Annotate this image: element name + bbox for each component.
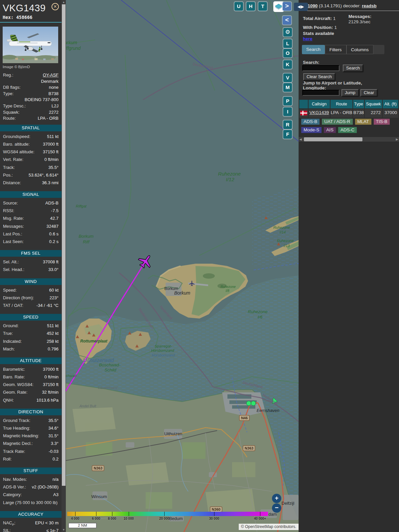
column-header-type[interactable]: Type: [353, 100, 364, 108]
info-label: Type:: [3, 91, 14, 97]
data-section: FMS SEL Sel. Alt.: 37008 ft Sel. Head.: …: [0, 250, 62, 275]
data-value: 53.624°, 6.614°: [15, 172, 59, 180]
panel-toggle-button[interactable]: ◀▶: [294, 3, 308, 11]
map-viewport[interactable]: BorkumRiffgrundDeutschlandRuhezoneI/12Ri…: [66, 0, 299, 532]
data-value: 34.6°: [32, 425, 59, 433]
data-value: ≤ 1e-7: [13, 528, 59, 532]
close-icon[interactable]: ✕: [52, 3, 59, 10]
clear-button[interactable]: Clear: [360, 89, 377, 96]
data-label: Source:: [3, 200, 18, 208]
settings-gear-icon[interactable]: ⚙: [283, 27, 293, 37]
data-row: Nav. Modes: n/a: [0, 476, 62, 484]
sidebar-sections: SPATIAL Groundspeed: 511 kt Baro. altitu…: [0, 125, 62, 532]
source-badges-row1: ADS-BUAT / ADS-RMLATTIS-B: [301, 119, 390, 125]
source-badge-ads-c[interactable]: ADS-C: [338, 127, 357, 133]
readsb-link[interactable]: readsb: [362, 3, 376, 8]
hscroll-thumb[interactable]: [304, 137, 362, 141]
data-value: 60 kt: [19, 287, 59, 295]
tab-filters[interactable]: Filters: [325, 45, 346, 54]
table-header-row[interactable]: CallsignRouteTypeSquawkAlt. (ft): [299, 100, 399, 108]
map-button-l[interactable]: L: [283, 39, 293, 49]
table-route: LPA - ORB: [331, 109, 352, 118]
sidebar-scrollbar[interactable]: ▲ ▼: [62, 0, 66, 532]
tab-search[interactable]: Search: [302, 45, 325, 54]
data-row: True Heading: 34.6°: [0, 425, 62, 433]
map-button-r[interactable]: R: [283, 120, 293, 130]
source-badge-mlat[interactable]: MLAT: [355, 119, 371, 125]
clear-search-button[interactable]: Clear Search: [303, 73, 335, 80]
map-button-i[interactable]: I: [283, 107, 293, 117]
divider: [0, 22, 62, 23]
data-value: 37150 ft: [36, 382, 59, 389]
table-callsign[interactable]: VKG1439: [309, 109, 330, 118]
data-row: SIL: ≤ 1e-7: [0, 528, 62, 532]
table-horizontal-scrollbar[interactable]: ◀ ▶: [299, 137, 399, 142]
map-button-m[interactable]: M: [283, 82, 293, 92]
app-header: tar1090 (3.14.1791) decoder: readsb: [302, 3, 376, 8]
data-row: Ground: 511 kt: [0, 323, 62, 331]
legend-tick-label: 8 000: [108, 517, 116, 520]
aircraft-photo[interactable]: [3, 27, 58, 63]
data-row: Track: 35.5°: [0, 165, 62, 172]
source-badge-mode-s[interactable]: Mode-S: [301, 127, 322, 133]
map-button-v[interactable]: V: [283, 73, 293, 83]
decoder-label: decoder:: [343, 3, 361, 8]
info-value: OY-ASF: [15, 72, 59, 78]
source-badge-tis-b[interactable]: TIS-B: [374, 119, 390, 125]
zoom-in-button[interactable]: +: [272, 494, 281, 503]
scrollbar-thumb[interactable]: [62, 4, 66, 486]
search-input[interactable]: [302, 65, 339, 71]
data-section: WIND Speed: 60 kt Direction (from): 223°…: [0, 278, 62, 311]
source-badge-ais[interactable]: AIS: [324, 127, 336, 133]
search-button[interactable]: Search: [343, 65, 363, 72]
column-header-flag[interactable]: [299, 100, 308, 108]
table-row[interactable]: VKG1439 LPA - ORB B738 2272 37000: [299, 108, 399, 118]
map-button-p[interactable]: P: [283, 96, 293, 106]
data-row: Sel. Head.: 33.0°: [0, 267, 62, 274]
data-label: QNH:: [3, 397, 14, 405]
source-badge-uat-ads-r[interactable]: UAT / ADS-R: [322, 119, 352, 125]
info-panel: tar1090 (3.14.1791) decoder: readsb Tota…: [299, 0, 399, 532]
map-attribution[interactable]: © OpenStreetMap contributors.: [239, 524, 299, 530]
aircraft-table: CallsignRouteTypeSquawkAlt. (ft) VKG1439…: [299, 100, 399, 118]
stats-available: Stats available: [303, 31, 334, 36]
map-button-f[interactable]: F: [283, 129, 293, 139]
scroll-right-icon[interactable]: ▶: [395, 137, 399, 142]
panel-collapse-button[interactable]: <: [282, 15, 292, 25]
map-button-t[interactable]: T: [258, 1, 268, 11]
zoom-out-button[interactable]: −: [272, 503, 281, 513]
section-header: ALTITUDE: [0, 357, 62, 364]
data-value: 36.3 nmi: [23, 180, 59, 188]
legend-tick: [96, 512, 96, 516]
stats-here-link[interactable]: here: [303, 36, 313, 41]
column-header-squawk[interactable]: Squawk: [365, 100, 382, 108]
panel-expand-button[interactable]: >: [282, 1, 292, 11]
map-button-o[interactable]: O: [283, 48, 293, 58]
data-section: SPATIAL Groundspeed: 511 kt Baro. altitu…: [0, 125, 62, 188]
jump-button[interactable]: Jump: [341, 89, 359, 96]
column-header-callsign[interactable]: Callsign: [309, 100, 330, 108]
map-button-u[interactable]: U: [234, 1, 244, 11]
map-button-h[interactable]: H: [246, 1, 256, 11]
jump-input[interactable]: [302, 90, 339, 96]
data-label: Speed:: [3, 287, 17, 295]
info-value: none: [23, 84, 59, 91]
info-label: DB flags:: [3, 84, 21, 91]
data-label: Sel. Head.:: [3, 267, 24, 274]
scroll-up-icon[interactable]: ▲: [62, 0, 66, 4]
legend-tick: [260, 512, 260, 516]
data-label: Geom. WGS84:: [3, 382, 34, 389]
map-button-k[interactable]: K: [283, 60, 293, 69]
legend-tick-label: 40 000+: [254, 517, 266, 520]
scroll-down-icon[interactable]: ▼: [62, 528, 66, 532]
tab-columns[interactable]: Columns: [346, 45, 373, 54]
column-header-alt-ft-[interactable]: Alt. (ft): [383, 100, 398, 108]
map-canvas: [66, 0, 299, 532]
data-row: Last Pos.: 0.6 s: [0, 231, 62, 239]
data-row: Track Rate: -0.03: [0, 449, 62, 456]
scroll-left-icon[interactable]: ◀: [299, 137, 303, 142]
column-header-route[interactable]: Route: [331, 100, 352, 108]
source-badge-ads-b[interactable]: ADS-B: [301, 119, 320, 125]
data-label: RSSI:: [3, 208, 14, 215]
info-row: Type Desc.: L2J: [0, 103, 62, 109]
